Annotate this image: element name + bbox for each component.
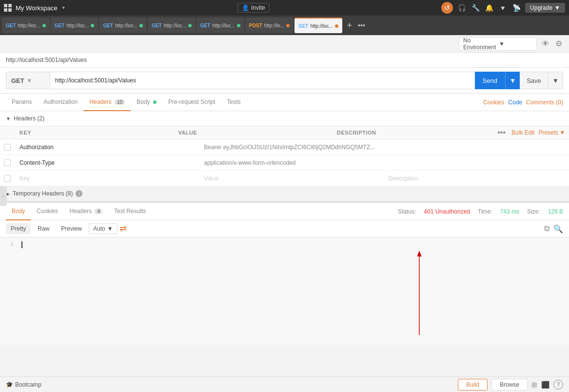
top-bar-center: 👤 Invite: [237, 3, 270, 13]
request-tab-4[interactable]: GET http://loc...: [148, 18, 196, 33]
row1-key[interactable]: Authorization: [16, 141, 200, 154]
tab-dot-1: [42, 24, 46, 27]
tab-headers[interactable]: Headers 10: [83, 94, 131, 111]
temp-headers-toggle[interactable]: ▶ Temporary Headers (8) i: [0, 186, 569, 201]
upgrade-button[interactable]: Upgrade ▼: [525, 3, 565, 13]
tab-method-3: GET: [103, 23, 113, 28]
wrap-icon[interactable]: ⇌: [119, 223, 127, 234]
method-selector[interactable]: GET ▼: [6, 72, 50, 89]
workspace-chevron-icon[interactable]: ▼: [61, 5, 66, 10]
request-tab-7[interactable]: GET http://loc...: [294, 18, 342, 33]
send-button[interactable]: Send: [475, 72, 505, 89]
request-tab-1[interactable]: GET http://loc...: [2, 18, 50, 33]
new-tab-button[interactable]: +: [345, 20, 354, 32]
search-icon[interactable]: 🔍: [553, 224, 563, 234]
settings-icon[interactable]: ⚙: [554, 38, 563, 49]
request-tab-3[interactable]: GET http://loc...: [99, 18, 147, 33]
line-content-1: [20, 241, 22, 251]
request-tab-5[interactable]: GET http://loc...: [196, 18, 244, 33]
tab-pre-request[interactable]: Pre-request Script: [162, 94, 221, 111]
time-label: Time:: [478, 208, 492, 215]
request-tab-6[interactable]: POST http://lo...: [245, 18, 294, 33]
cookies-link[interactable]: Cookies: [483, 99, 504, 106]
more-icon[interactable]: •••: [495, 128, 508, 137]
bulk-edit-button[interactable]: Bulk Edit: [511, 129, 534, 136]
headers-section-toggle[interactable]: ▼ Headers (2): [0, 111, 569, 126]
response-tab-cookies[interactable]: Cookies: [31, 203, 63, 220]
request-row: GET ▼ Send ▼ Save ▼: [0, 68, 569, 94]
upgrade-chevron-icon: ▼: [554, 4, 560, 11]
comments-link[interactable]: Comments (0): [526, 99, 563, 106]
grid-icon: [4, 4, 12, 12]
top-bar-left: My Workspace ▼: [4, 4, 66, 12]
workspace-label[interactable]: My Workspace: [16, 4, 58, 12]
env-label: No Environment: [463, 37, 497, 51]
url-input[interactable]: [50, 72, 475, 89]
invite-button[interactable]: 👤 Invite: [237, 3, 270, 13]
format-preview-button[interactable]: Preview: [56, 223, 87, 234]
row1-description[interactable]: [385, 144, 569, 150]
response-tab-test-results[interactable]: Test Results: [108, 203, 152, 220]
save-button[interactable]: Save: [520, 72, 549, 89]
tab-authorization[interactable]: Authorization: [38, 94, 83, 111]
row3-checkbox[interactable]: [0, 172, 16, 185]
method-value: GET: [11, 77, 24, 84]
env-selector[interactable]: No Environment ▼: [459, 37, 537, 51]
save-dropdown-button[interactable]: ▼: [549, 72, 563, 89]
sync-icon[interactable]: ↺: [441, 2, 453, 14]
headphones-icon[interactable]: 🎧: [457, 3, 467, 13]
tab-params[interactable]: Params: [6, 94, 38, 111]
row2-value[interactable]: application/x-www-form-urlencoded: [200, 157, 384, 169]
more-tabs-button[interactable]: •••: [356, 20, 367, 30]
row3-value[interactable]: Value: [200, 172, 384, 185]
headers-section-label: Headers (2): [14, 115, 44, 122]
code-area: 1: [0, 237, 569, 345]
tab-dot-2: [91, 24, 94, 27]
tabs-actions: + •••: [345, 20, 367, 32]
checkbox-2[interactable]: [4, 159, 11, 166]
eye-icon[interactable]: 👁: [541, 39, 550, 49]
bell-icon[interactable]: 🔔: [484, 3, 494, 13]
tab-url-5: http://loc...: [212, 23, 235, 28]
presets-button[interactable]: Presets ▼: [538, 129, 565, 136]
line-number-1: 1: [0, 241, 20, 251]
sidebar-toggle[interactable]: ‹: [0, 186, 7, 206]
request-nav-tabs: Params Authorization Headers 10 Body Pre…: [0, 94, 569, 111]
format-raw-button[interactable]: Raw: [33, 223, 54, 234]
breadcrumb-url: http://localhost:5001/api/Values: [6, 57, 87, 63]
format-auto-selector[interactable]: Auto ▼: [89, 223, 118, 234]
top-bar: My Workspace ▼ 👤 Invite ↺ 🎧 🔧 🔔 ♥ 📡 Upgr…: [0, 0, 569, 16]
row2-checkbox[interactable]: [0, 157, 16, 169]
response-tab-body[interactable]: Body: [6, 203, 31, 220]
tab-method-6: POST: [249, 23, 262, 28]
wrench-icon[interactable]: 🔧: [471, 3, 480, 13]
main-container: No Environment ▼ 👁 ⚙ http://localhost:50…: [0, 35, 569, 360]
row1-value[interactable]: Bearer eyJhbGciOiJSUzI1NiIsImtpZCI6Cl6Ij…: [200, 141, 384, 154]
checkbox-1[interactable]: [4, 144, 11, 151]
code-link[interactable]: Code: [508, 99, 522, 106]
status-value: 401 Unauthorized: [424, 208, 470, 215]
header-row-1: Authorization Bearer eyJhbGciOiJSUzI1NiI…: [0, 139, 569, 155]
row3-key[interactable]: Key: [16, 172, 200, 185]
row3-description[interactable]: Description: [385, 172, 569, 185]
format-pretty-button[interactable]: Pretty: [6, 223, 31, 234]
nav-actions: Cookies Code Comments (0): [483, 99, 563, 106]
info-icon[interactable]: i: [76, 190, 82, 197]
heart-icon[interactable]: ♥: [498, 3, 508, 13]
tab-body[interactable]: Body: [131, 94, 162, 111]
send-dropdown-button[interactable]: ▼: [505, 72, 520, 89]
copy-icon[interactable]: ⧉: [544, 224, 549, 234]
tab-url-1: http://loc...: [18, 23, 40, 28]
row2-key[interactable]: Content-Type: [16, 157, 200, 169]
response-nav: Body Cookies Headers 4 Test Results Stat…: [0, 203, 569, 220]
tab-tests[interactable]: Tests: [221, 94, 247, 111]
row1-checkbox[interactable]: [0, 141, 16, 154]
env-bar: No Environment ▼ 👁 ⚙: [0, 35, 569, 53]
row2-description[interactable]: [385, 160, 569, 166]
checkbox-3[interactable]: [4, 175, 11, 182]
tab-url-6: http://lo...: [264, 23, 284, 28]
response-tab-headers[interactable]: Headers 4: [64, 203, 108, 220]
satellite-icon[interactable]: 📡: [511, 3, 521, 13]
request-tab-2[interactable]: GET http://loc...: [51, 18, 98, 33]
tab-dot-3: [139, 24, 143, 27]
